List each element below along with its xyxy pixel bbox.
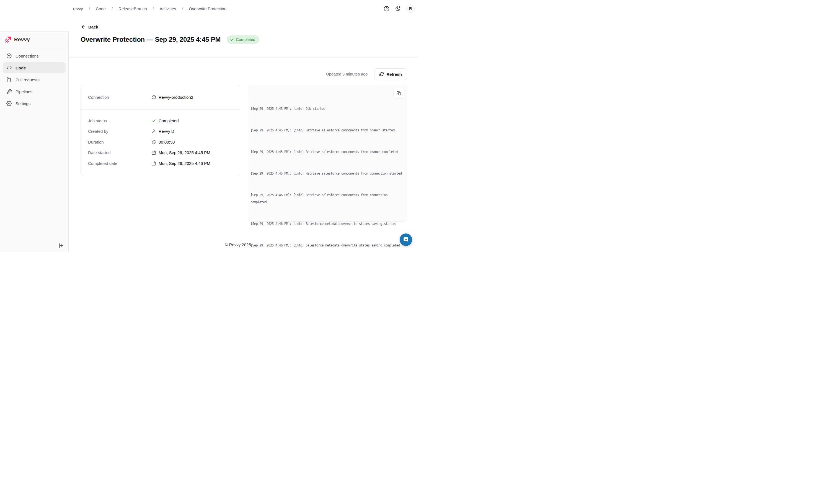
- detail-row-job-status: Job status Completed: [88, 115, 233, 126]
- breadcrumb-item-releasebranch[interactable]: ReleaseBranch: [119, 6, 147, 11]
- collapse-left-icon: [58, 243, 64, 249]
- breadcrumb-item-overwrite-protection[interactable]: Overwrite Protection: [189, 6, 227, 11]
- field-label: Created by: [88, 129, 152, 134]
- refresh-label: Refresh: [386, 72, 402, 77]
- breadcrumb-item-revvy[interactable]: revvy: [73, 6, 83, 11]
- breadcrumb-item-code[interactable]: Code: [96, 6, 106, 11]
- page-title: Overwrite Protection — Sep 29, 2025 4:45…: [81, 36, 220, 43]
- arrow-left-icon: [81, 24, 86, 29]
- topbar-actions: R: [384, 0, 415, 17]
- back-label: Back: [88, 25, 98, 29]
- gear-icon: [6, 101, 12, 106]
- dark-mode-toggle[interactable]: [395, 6, 401, 12]
- sidebar-item-pipelines[interactable]: Pipelines: [3, 86, 66, 97]
- calendar-icon: [152, 161, 156, 166]
- main-content: Back Overwrite Protection — Sep 29, 2025…: [69, 17, 418, 252]
- date-started-value: Mon, Sep 29, 2025 4:45 PM: [159, 150, 210, 155]
- chat-launcher-button[interactable]: [400, 234, 412, 246]
- connection-value: Revvy-production2: [159, 95, 193, 99]
- timer-icon: [152, 140, 156, 144]
- panels: Connection Revvy-production2 Job status: [81, 85, 407, 222]
- back-button[interactable]: Back: [81, 24, 98, 29]
- calendar-icon: [152, 150, 156, 155]
- breadcrumb-separator: /: [153, 6, 154, 11]
- cube-icon: [6, 53, 12, 59]
- revvy-logo-icon: [4, 36, 11, 43]
- copy-log-button[interactable]: [393, 88, 404, 99]
- completed-date-value: Mon, Sep 29, 2025 4:46 PM: [159, 161, 210, 166]
- sidebar-item-label: Pull requests: [16, 77, 40, 82]
- wrench-icon: [6, 89, 12, 94]
- log-line: [Sep 29, 2025 4:45 PM]: [info] Retrieve …: [250, 170, 403, 177]
- breadcrumb: revvy / Code / ReleaseBranch / Activitie…: [73, 0, 227, 17]
- header-divider: [69, 57, 418, 58]
- sidebar-item-connections[interactable]: Connections: [3, 50, 66, 61]
- updated-text: Updated 3 minutes ago: [326, 72, 368, 76]
- toolbar: Updated 3 minutes ago Refresh: [326, 68, 407, 80]
- detail-row-created-by: Created by Revvy D: [88, 126, 233, 137]
- help-button[interactable]: [384, 6, 389, 12]
- status-badge: Completed: [227, 35, 259, 44]
- title-row: Overwrite Protection — Sep 29, 2025 4:45…: [81, 35, 407, 44]
- avatar[interactable]: R: [406, 4, 415, 13]
- sidebar-item-label: Code: [16, 66, 26, 70]
- breadcrumb-item-activities[interactable]: Activities: [160, 6, 176, 11]
- git-pull-request-icon: [6, 77, 12, 82]
- check-icon: [152, 118, 156, 123]
- code-icon: [6, 65, 12, 71]
- connection-row: Connection Revvy-production2: [81, 85, 240, 110]
- status-badge-label: Completed: [236, 37, 255, 42]
- moon-plus-icon: [395, 6, 401, 12]
- field-label: Connection: [88, 95, 152, 99]
- field-label: Job status: [88, 118, 152, 123]
- breadcrumb-separator: /: [182, 6, 183, 11]
- check-icon: [230, 38, 234, 42]
- duration-value: 00:00:50: [159, 140, 175, 144]
- brand[interactable]: Revvy: [0, 32, 68, 48]
- job-status-value: Completed: [159, 118, 179, 123]
- sidebar-item-label: Pipelines: [16, 89, 32, 94]
- chat-bubble-icon: [403, 236, 409, 243]
- field-label: Completed date: [88, 161, 152, 166]
- log-output: [Sep 29, 2025 4:45 PM]: [info] Job start…: [250, 91, 403, 252]
- log-line: [Sep 29, 2025 4:45 PM]: [info] Retrieve …: [250, 127, 403, 134]
- sidebar-item-label: Settings: [16, 101, 31, 106]
- log-line: [Sep 29, 2025 4:45 PM]: [info] Retrieve …: [250, 148, 403, 155]
- sidebar-item-code[interactable]: Code: [3, 62, 66, 73]
- detail-row-duration: Duration 00:00:50: [88, 137, 233, 147]
- breadcrumb-separator: /: [111, 6, 113, 11]
- breadcrumb-separator: /: [89, 6, 90, 11]
- field-label: Duration: [88, 140, 152, 144]
- detail-row-completed-date: Completed date Mon, Sep 29, 2025 4:46 PM: [88, 158, 233, 169]
- help-circle-icon: [384, 6, 389, 12]
- detail-rows: Job status Completed Created by R: [81, 110, 240, 169]
- refresh-icon: [379, 72, 384, 76]
- log-line: [Sep 29, 2025 4:46 PM]: [info] Salesforc…: [250, 220, 403, 227]
- copy-icon: [397, 91, 401, 95]
- copyright-text: © Revvy 2025: [69, 242, 407, 247]
- detail-row-date-started: Date started Mon, Sep 29, 2025 4:45 PM: [88, 147, 233, 158]
- sidebar-collapse-button[interactable]: [58, 243, 64, 249]
- job-details-card: Connection Revvy-production2 Job status: [81, 85, 240, 176]
- job-log-panel: [Sep 29, 2025 4:45 PM]: [info] Job start…: [248, 85, 407, 222]
- created-by-value: Revvy D: [159, 129, 174, 134]
- sidebar: Revvy Connections Code Pull requests Pip…: [0, 31, 69, 252]
- sidebar-item-pull-requests[interactable]: Pull requests: [3, 74, 66, 85]
- person-icon: [152, 129, 156, 134]
- sidebar-item-settings[interactable]: Settings: [3, 98, 66, 109]
- log-line: [Sep 29, 2025 4:46 PM]: [info] Retrieve …: [250, 191, 403, 206]
- cube-icon: [152, 95, 156, 99]
- sidebar-nav: Connections Code Pull requests Pipelines…: [0, 48, 68, 112]
- field-label: Date started: [88, 150, 152, 155]
- sidebar-item-label: Connections: [16, 54, 38, 58]
- brand-name: Revvy: [14, 37, 30, 43]
- log-line: [Sep 29, 2025 4:45 PM]: [info] Job start…: [250, 105, 403, 112]
- refresh-button[interactable]: Refresh: [374, 68, 407, 80]
